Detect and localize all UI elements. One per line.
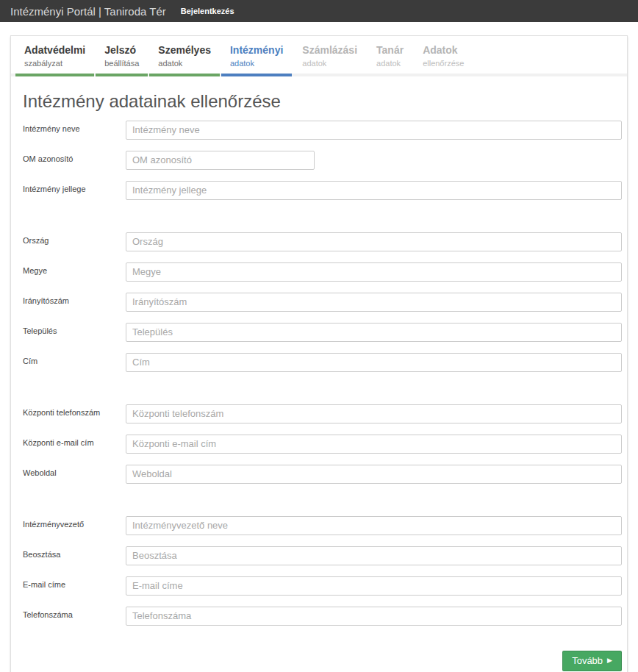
form-row: Intézmény jellege — [23, 181, 622, 200]
principal-email-input[interactable] — [126, 576, 622, 596]
play-icon: ▶ — [607, 657, 612, 664]
form-actions: Tovább ▶ — [23, 651, 622, 671]
tab-label: Intézményi — [230, 44, 283, 57]
tab-sublabel: adatok — [376, 59, 404, 68]
next-button-label: Tovább — [572, 655, 603, 666]
central-email-input[interactable] — [126, 435, 622, 454]
tab-sublabel: adatok — [158, 59, 211, 68]
tab-szemelyes-adatok[interactable]: Személyes adatok — [149, 42, 220, 76]
tab-adatok-ellenorzese[interactable]: Adatok ellenőrzése — [414, 42, 473, 76]
field-label: Ország — [23, 232, 126, 245]
form-row: E-mail címe — [23, 576, 622, 596]
form-row: Irányítószám — [23, 293, 622, 312]
field-label: OM azonosító — [23, 151, 126, 163]
field-label: Weboldal — [23, 465, 126, 477]
form-row: Beosztása — [23, 546, 622, 565]
tab-sublabel: adatok — [230, 59, 283, 68]
tab-intezmenyi-adatok[interactable]: Intézményi adatok — [221, 42, 292, 76]
tab-label: Adatok — [423, 44, 464, 57]
tab-label: Adatvédelmi — [24, 44, 85, 57]
form-content: Intézmény adatainak ellenőrzése Intézmén… — [11, 91, 627, 672]
page-title: Intézmény adatainak ellenőrzése — [23, 91, 622, 112]
tab-szamlazasi-adatok[interactable]: Számlázási adatok — [293, 42, 366, 76]
institution-name-input[interactable] — [126, 121, 622, 140]
tab-sublabel: ellenőrzése — [423, 59, 464, 68]
institution-type-input[interactable] — [126, 181, 622, 200]
form-row: Település — [23, 323, 622, 342]
tab-label: Tanár — [376, 44, 404, 57]
website-input[interactable] — [126, 465, 622, 484]
form-row: Központi telefonszám — [23, 404, 622, 423]
address-input[interactable] — [126, 353, 622, 372]
tab-sublabel: beállítása — [104, 59, 139, 68]
central-phone-input[interactable] — [126, 404, 622, 423]
tab-jelszo-beallitasa[interactable]: Jelszó beállítása — [96, 42, 148, 76]
form-row: Megye — [23, 262, 622, 282]
postal-code-input[interactable] — [126, 293, 622, 312]
wizard-tab-bar: Adatvédelmi szabályzat Jelszó beállítása… — [11, 36, 627, 76]
form-row: Telefonszáma — [23, 607, 622, 626]
tab-label: Számlázási — [302, 44, 357, 57]
app-title: Intézményi Portál | Taniroda Tér — [10, 5, 166, 18]
field-label: Irányítószám — [23, 293, 126, 305]
institution-form: Intézmény neve OM azonosító Intézmény je… — [23, 121, 622, 671]
country-input[interactable] — [126, 232, 622, 251]
form-row: Cím — [23, 353, 622, 372]
principal-phone-input[interactable] — [126, 607, 622, 626]
city-input[interactable] — [126, 323, 622, 342]
form-row: Intézményvezető — [23, 516, 622, 535]
field-label: Intézményvezető — [23, 516, 126, 529]
field-label: Település — [23, 323, 126, 335]
field-label: Intézmény neve — [23, 121, 126, 133]
login-link[interactable]: Bejelentkezés — [181, 7, 234, 15]
field-label: Telefonszáma — [23, 607, 126, 619]
field-label: Cím — [23, 353, 126, 365]
field-label: Központi e-mail cím — [23, 435, 126, 447]
field-label: Megye — [23, 262, 126, 275]
field-label: Beosztása — [23, 546, 126, 559]
form-row: Központi e-mail cím — [23, 435, 622, 454]
tab-label: Jelszó — [104, 44, 139, 57]
county-input[interactable] — [126, 262, 622, 282]
principal-name-input[interactable] — [126, 516, 622, 535]
form-row: Ország — [23, 232, 622, 251]
om-id-input[interactable] — [126, 151, 315, 170]
tab-sublabel: szabályzat — [24, 59, 85, 68]
field-label: Intézmény jellege — [23, 181, 126, 193]
form-row: Intézmény neve — [23, 121, 622, 140]
topbar: Intézményi Portál | Taniroda Tér Bejelen… — [0, 0, 638, 22]
tab-sublabel: adatok — [302, 59, 357, 68]
next-button[interactable]: Tovább ▶ — [562, 651, 622, 671]
tab-tanar-adatok[interactable]: Tanár adatok — [368, 42, 412, 76]
field-label: Központi telefonszám — [23, 404, 126, 417]
form-row: OM azonosító — [23, 151, 622, 170]
wizard-card: Adatvédelmi szabályzat Jelszó beállítása… — [10, 35, 628, 672]
principal-position-input[interactable] — [126, 546, 622, 565]
tab-label: Személyes — [158, 44, 211, 57]
field-label: E-mail címe — [23, 576, 126, 589]
form-row: Weboldal — [23, 465, 622, 484]
tab-adatvedelmi-szabalyzat[interactable]: Adatvédelmi szabályzat — [15, 42, 94, 76]
